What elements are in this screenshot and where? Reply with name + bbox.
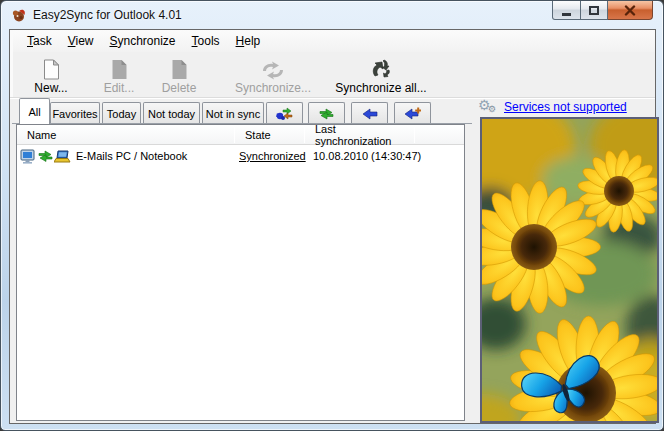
tab-not-today[interactable]: Not today xyxy=(143,102,200,124)
maximize-button[interactable] xyxy=(581,1,608,20)
client-area: Task View Synchronize Tools Help New... xyxy=(9,29,656,424)
services-link[interactable]: Services not supported xyxy=(504,100,627,114)
row-last-sync: 10.08.2010 (14:30:47) xyxy=(313,150,421,162)
minimize-button[interactable] xyxy=(552,1,581,20)
delete-document-icon xyxy=(171,56,188,80)
menu-synchronize[interactable]: Synchronize xyxy=(102,32,184,50)
window-title: Easy2Sync for Outlook 4.01 xyxy=(33,8,182,22)
gears-icon: ⚙⚙ xyxy=(478,98,500,116)
toolbar: New... Edit... xyxy=(10,52,655,97)
notebook-icon xyxy=(54,149,71,165)
services-row: ⚙⚙ Services not supported xyxy=(478,97,654,117)
column-separator[interactable] xyxy=(414,127,415,143)
new-document-icon xyxy=(43,56,60,80)
tab-filter-sync-left[interactable] xyxy=(351,102,388,124)
synchronize-all-button[interactable]: Synchronize all... xyxy=(323,54,439,95)
column-header-name[interactable]: Name xyxy=(17,125,234,145)
tab-filter-sync-all-directions[interactable] xyxy=(266,102,303,124)
window-controls xyxy=(552,1,653,20)
synchronize-icon xyxy=(260,56,286,80)
sync-left-new-icon xyxy=(404,107,421,120)
sunflower-photo xyxy=(480,117,659,423)
maximize-icon xyxy=(589,6,599,15)
minimize-icon xyxy=(562,13,571,16)
sync-both-ways-icon xyxy=(319,107,334,121)
synchronize-all-icon xyxy=(366,56,396,80)
app-icon xyxy=(11,7,27,23)
app-window: Easy2Sync for Outlook 4.01 Task xyxy=(0,0,664,431)
menu-bar: Task View Synchronize Tools Help xyxy=(10,30,655,52)
computer-icon xyxy=(20,148,37,165)
tab-filter-sync-both-ways[interactable] xyxy=(308,102,345,124)
titlebar[interactable]: Easy2Sync for Outlook 4.01 xyxy=(1,1,663,29)
sync-left-icon xyxy=(362,108,378,120)
edit-button: Edit... xyxy=(89,54,149,95)
menu-task[interactable]: Task xyxy=(19,32,60,50)
sync-all-directions-icon xyxy=(275,106,294,121)
close-icon xyxy=(624,5,636,16)
menu-view[interactable]: View xyxy=(60,32,102,50)
column-header-state[interactable]: State xyxy=(235,125,304,145)
sync-arrows-icon xyxy=(38,149,53,164)
tab-all[interactable]: All xyxy=(19,98,50,124)
column-header-last-sync[interactable]: Last synchronization xyxy=(305,125,414,145)
row-icons xyxy=(20,148,71,165)
menu-help[interactable]: Help xyxy=(228,32,269,50)
list-header: Name State Last synchronization xyxy=(17,125,464,145)
delete-button: Delete xyxy=(149,54,209,95)
screenshot-root: Easy2Sync for Outlook 4.01 Task xyxy=(0,0,664,431)
tab-today[interactable]: Today xyxy=(102,102,141,124)
tab-not-in-sync[interactable]: Not in sync xyxy=(202,102,264,124)
sync-pairs-list[interactable]: Name State Last synchronization xyxy=(16,124,465,421)
menu-tools[interactable]: Tools xyxy=(184,32,228,50)
tab-filter-sync-left-new[interactable] xyxy=(394,102,431,124)
table-row[interactable]: E-Mails PC / Notebook Synchronized 10.08… xyxy=(17,146,464,166)
tab-favorites[interactable]: Favorites xyxy=(50,102,100,124)
row-state-link[interactable]: Synchronized xyxy=(239,150,306,162)
edit-document-icon xyxy=(111,56,128,80)
close-button[interactable] xyxy=(608,1,653,20)
synchronize-button: Synchronize... xyxy=(217,54,329,95)
new-button[interactable]: New... xyxy=(19,54,83,95)
row-name: E-Mails PC / Notebook xyxy=(76,150,187,162)
